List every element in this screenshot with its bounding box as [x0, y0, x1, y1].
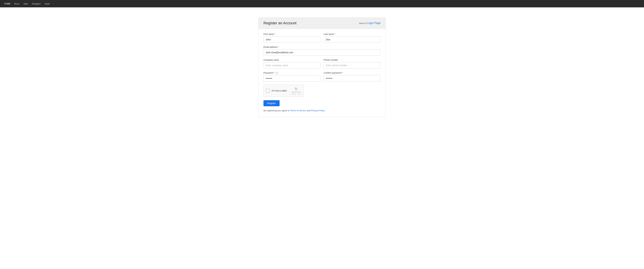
terms-prefix: By registering you agree to — [264, 109, 290, 112]
register-card: Register an Account back to Login Page F… — [258, 17, 386, 117]
login-page-link[interactable]: Login Page — [367, 22, 380, 24]
nav-brand: YUMI — [4, 2, 10, 5]
last-name-group: Last name * — [324, 33, 380, 43]
last-name-label: Last name * — [324, 33, 380, 35]
navbar: YUMI Runs Jobs Designer Vault — [0, 0, 644, 7]
back-text: back to — [359, 22, 366, 24]
name-row: First name * Last name * — [264, 33, 380, 43]
recaptcha-links: Privacy - Terms — [291, 93, 301, 95]
email-input[interactable] — [264, 49, 380, 56]
first-name-group: First name * — [264, 33, 320, 43]
terms-row: By registering you agree to Terms of Ser… — [264, 109, 380, 112]
company-phone-row: Company name Phone number — [264, 59, 380, 68]
password-label: Password * i — [264, 72, 320, 74]
nav-link-jobs[interactable]: Jobs — [23, 2, 28, 5]
password-group: Password * i — [264, 72, 320, 82]
privacy-policy-link[interactable]: Privacy Policy — [311, 109, 325, 112]
recaptcha-checkbox[interactable] — [266, 89, 270, 92]
and-text: and — [306, 109, 311, 112]
email-row: Email address * — [264, 46, 380, 56]
recaptcha-label: I'm not a robot — [272, 89, 286, 92]
company-input[interactable] — [264, 62, 320, 68]
confirm-password-label: Confirm password * — [324, 72, 380, 74]
company-group: Company name — [264, 59, 320, 68]
phone-input[interactable] — [324, 62, 380, 68]
company-label: Company name — [264, 59, 320, 61]
recaptcha-brand: reCAPTCHA — [292, 91, 301, 93]
first-name-label: First name * — [264, 33, 320, 35]
password-info-icon[interactable]: i — [276, 72, 278, 74]
last-name-input[interactable] — [324, 36, 380, 43]
email-group: Email address * — [264, 46, 380, 56]
register-button-row: Register — [264, 100, 380, 109]
back-link-container: back to Login Page — [359, 22, 380, 25]
terms-of-service-link[interactable]: Terms of Service — [290, 109, 306, 112]
nav-link-designer[interactable]: Designer — [32, 2, 41, 5]
first-name-input[interactable] — [264, 36, 320, 43]
confirm-password-input[interactable] — [324, 75, 380, 81]
register-button[interactable]: Register — [264, 100, 280, 106]
nav-link-vault[interactable]: Vault — [45, 2, 50, 5]
nav-link-runs[interactable]: Runs — [14, 2, 19, 5]
form-body: First name * Last name * Email address * — [258, 29, 386, 117]
phone-label: Phone number — [324, 59, 380, 61]
password-input[interactable] — [264, 75, 320, 82]
recaptcha-icon: ↻ — [295, 87, 298, 91]
main-content: Register an Account back to Login Page F… — [0, 7, 644, 127]
phone-group: Phone number — [324, 59, 380, 68]
password-row: Password * i Confirm password * — [264, 72, 380, 82]
email-label: Email address * — [264, 46, 380, 48]
recaptcha-widget[interactable]: I'm not a robot ↻ reCAPTCHA Privacy - Te… — [264, 85, 304, 97]
form-header: Register an Account back to Login Page — [258, 17, 386, 29]
recaptcha-logo: ↻ reCAPTCHA Privacy - Terms — [291, 87, 301, 95]
confirm-password-group: Confirm password * — [324, 72, 380, 82]
form-title: Register an Account — [264, 21, 296, 25]
